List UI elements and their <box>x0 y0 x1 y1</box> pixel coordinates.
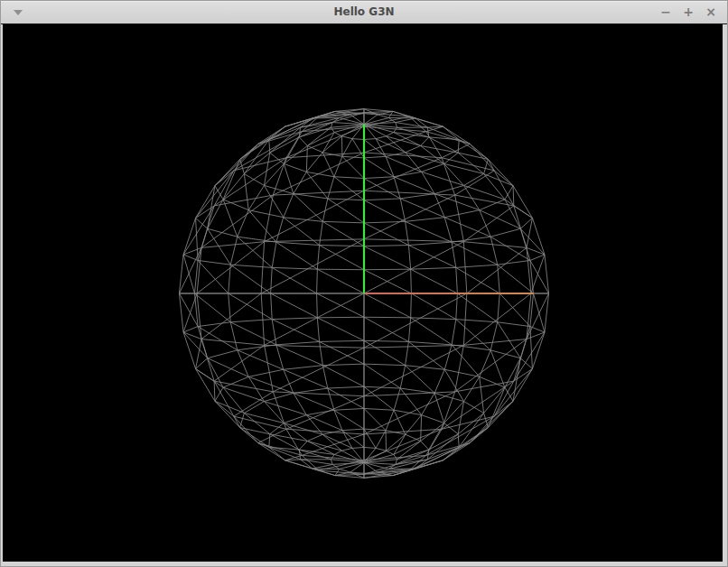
minimize-button[interactable]: − <box>658 1 673 23</box>
window-menu-icon[interactable] <box>14 10 23 15</box>
window-controls: − + × <box>658 1 718 23</box>
render-canvas[interactable] <box>3 24 723 562</box>
maximize-button[interactable]: + <box>681 1 695 23</box>
close-button[interactable]: × <box>704 1 718 23</box>
window-title: Hello G3N <box>1 1 727 23</box>
titlebar: Hello G3N − + × <box>1 1 727 24</box>
app-window: Hello G3N − + × <box>0 0 728 567</box>
scene-viewport <box>3 24 723 562</box>
